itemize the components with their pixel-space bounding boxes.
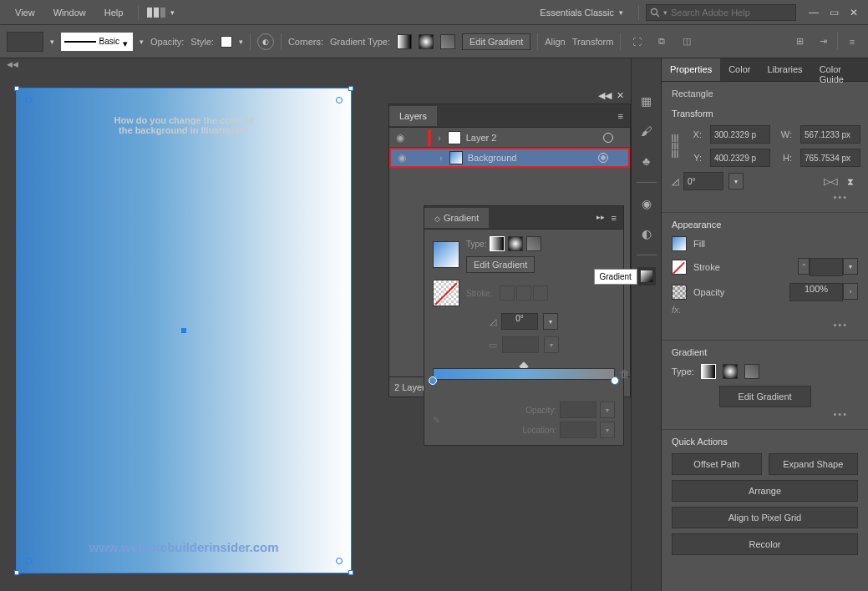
angle-dropdown[interactable]: ▾	[728, 173, 744, 189]
more-options-icon[interactable]: •••	[672, 407, 858, 421]
align-pixel-grid-button[interactable]: Align to Pixel Grid	[672, 507, 858, 528]
stroke-weight-dropdown[interactable]: ▾	[843, 258, 858, 275]
layer-name[interactable]: Background	[468, 153, 517, 163]
y-input[interactable]	[710, 149, 770, 167]
freeform-type-icon[interactable]	[526, 236, 541, 251]
arrange-button[interactable]: Arrange	[672, 480, 858, 502]
expand-icon[interactable]: ›	[438, 153, 444, 163]
tab-color[interactable]: Color	[720, 58, 759, 81]
color-icon[interactable]: ◐	[637, 225, 656, 243]
gradient-slider[interactable]: 🗑	[433, 368, 615, 395]
recolor-icon[interactable]: ◐	[257, 33, 274, 50]
angle-input[interactable]: 0°	[501, 313, 538, 330]
radial-type-icon[interactable]	[508, 236, 523, 251]
expand-icon[interactable]: ›	[436, 133, 443, 143]
mask-icon[interactable]: ◫	[678, 33, 696, 51]
gradient-tab[interactable]: ◇Gradient	[424, 208, 489, 228]
edit-gradient-button[interactable]: Edit Gradient	[462, 33, 530, 50]
collapse-icon[interactable]: ◀◀	[598, 90, 612, 101]
fill-swatch[interactable]	[7, 32, 43, 52]
flip-vertical-icon[interactable]: ⧗	[843, 174, 858, 189]
gradient-stop[interactable]	[429, 376, 437, 385]
tab-properties[interactable]: Properties	[662, 58, 720, 81]
panel-menu-icon[interactable]: ≡	[618, 111, 623, 121]
opacity-dropdown[interactable]: ›	[843, 283, 858, 300]
menu-help[interactable]: Help	[96, 4, 132, 21]
angle-dropdown[interactable]: ▾	[543, 313, 558, 330]
fill-swatch[interactable]	[672, 236, 687, 251]
center-handle[interactable]	[181, 328, 186, 333]
freeform-gradient-icon[interactable]	[744, 364, 759, 379]
workspace-switcher[interactable]: Essentials Classic ▾	[531, 5, 632, 20]
angle-input[interactable]	[683, 172, 723, 190]
stroke-preset-dropdown[interactable]: Basic ▾	[61, 33, 133, 51]
selection-handle[interactable]	[14, 86, 19, 91]
swatches-icon[interactable]: ◉	[637, 194, 656, 213]
menu-window[interactable]: Window	[45, 4, 94, 21]
snap-icon[interactable]: ⇥	[814, 33, 832, 51]
radial-gradient-icon[interactable]	[723, 364, 738, 379]
stroke-weight-stepper[interactable]: ⌃	[798, 258, 810, 275]
layout-toggle-icon[interactable]	[145, 6, 167, 19]
pages-icon[interactable]: ▦	[637, 92, 656, 110]
radial-gradient-icon[interactable]	[419, 34, 434, 49]
fill-gradient-preview[interactable]	[433, 241, 459, 268]
search-input[interactable]	[671, 8, 792, 18]
recolor-button[interactable]: Recolor	[672, 533, 858, 555]
fx-label[interactable]: fx.	[672, 301, 858, 318]
anchor-point[interactable]	[25, 97, 32, 104]
freeform-gradient-icon[interactable]	[440, 34, 455, 49]
tab-color-guide[interactable]: Color Guide	[811, 58, 868, 81]
artboard[interactable]: How do you change the color of the backg…	[17, 88, 351, 573]
stroke-gradient-preview[interactable]	[433, 280, 459, 306]
layer-row[interactable]: ◉ › Layer 2	[389, 128, 630, 148]
target-icon[interactable]	[603, 133, 613, 143]
stroke-weight-input[interactable]	[810, 258, 843, 276]
crop-icon[interactable]: ⧉	[652, 33, 671, 51]
anchor-point[interactable]	[336, 97, 343, 104]
anchor-point[interactable]	[25, 558, 32, 564]
opacity-input[interactable]: 100%	[789, 283, 843, 301]
panel-menu-icon[interactable]: ≡	[843, 33, 861, 51]
layer-name[interactable]: Layer 2	[466, 133, 497, 143]
linear-gradient-icon[interactable]	[397, 34, 412, 49]
expand-icon[interactable]: ▸▸	[596, 213, 605, 223]
panel-menu-icon[interactable]: ≡	[612, 213, 617, 223]
x-input[interactable]	[710, 125, 770, 144]
offset-path-button[interactable]: Offset Path	[672, 453, 762, 475]
menu-view[interactable]: View	[7, 4, 43, 21]
stroke-swatch[interactable]	[672, 260, 687, 275]
linear-type-icon[interactable]	[490, 236, 505, 251]
edit-gradient-button[interactable]: Edit Gradient	[466, 256, 535, 273]
close-icon[interactable]: ✕	[617, 90, 624, 101]
selection-handle[interactable]	[348, 570, 353, 575]
more-options-icon[interactable]: •••	[672, 190, 858, 204]
edit-gradient-button[interactable]: Edit Gradient	[719, 386, 811, 407]
minimize-button[interactable]: —	[806, 6, 821, 19]
grid-icon[interactable]: ⊞	[790, 33, 809, 51]
gradient-dock-icon[interactable]: Gradient	[637, 267, 656, 285]
selection-handle[interactable]	[348, 86, 353, 91]
visibility-icon[interactable]: ◉	[394, 150, 409, 165]
symbols-icon[interactable]: ♣	[637, 152, 656, 170]
flip-horizontal-icon[interactable]: ▷◁	[823, 174, 838, 189]
anchor-point[interactable]	[336, 558, 343, 564]
isolate-icon[interactable]: ⛶	[627, 33, 646, 51]
canvas[interactable]: How do you change the color of the backg…	[0, 58, 388, 591]
expand-shape-button[interactable]: Expand Shape	[769, 453, 859, 475]
eyedropper-icon[interactable]: ✎	[433, 415, 440, 426]
tab-libraries[interactable]: Libraries	[759, 58, 810, 81]
selection-handle[interactable]	[14, 570, 19, 575]
style-swatch[interactable]	[221, 36, 232, 48]
close-button[interactable]: ✕	[846, 6, 861, 19]
layer-row-selected[interactable]: ◉ › Background	[389, 148, 630, 168]
w-input[interactable]	[800, 125, 860, 144]
search-bar[interactable]: ▾	[646, 4, 796, 21]
brushes-icon[interactable]: 🖌	[637, 122, 656, 140]
linear-gradient-icon[interactable]	[701, 364, 716, 379]
reference-point[interactable]	[672, 134, 678, 158]
trash-icon[interactable]: 🗑	[620, 368, 630, 380]
collapse-icon[interactable]: ◀◀	[7, 60, 18, 68]
h-input[interactable]	[800, 149, 860, 167]
target-icon[interactable]	[598, 153, 608, 163]
